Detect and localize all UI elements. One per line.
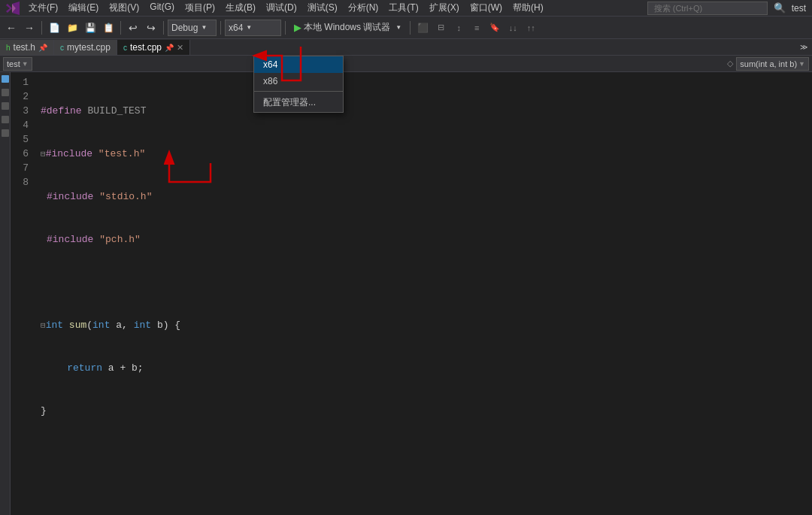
menu-window[interactable]: 窗口(W) — [465, 0, 507, 16]
breadcrumb-arrow: ▼ — [22, 60, 29, 68]
save-btn[interactable]: 💾 — [82, 20, 98, 36]
pin-icon-test-h: 📌 — [38, 44, 47, 52]
toolbar-btn1[interactable]: ⊟ — [432, 20, 449, 36]
back-btn[interactable]: ← — [3, 20, 20, 36]
code-line-7: return a + b; — [41, 361, 806, 375]
ln8: 8 — [11, 175, 29, 189]
menu-test[interactable]: 测试(S) — [303, 0, 342, 16]
line-numbers: 1 2 3 4 5 6 7 8 — [11, 72, 35, 515]
tab-label-mytest: mytest.cpp — [67, 42, 111, 53]
ln6: 6 — [11, 147, 29, 161]
code-line-1: #define BUILD_TEST — [41, 104, 806, 118]
ln1: 1 — [11, 75, 29, 89]
code-content[interactable]: #define BUILD_TEST ⊟#include "test.h" #i… — [35, 72, 812, 515]
run-debug-btn[interactable]: ▶ 本地 Windows 调试器 ▼ — [289, 20, 406, 36]
menu-project[interactable]: 项目(P) — [180, 0, 220, 16]
func-breadcrumb[interactable]: sum(int a, int b) ▼ — [736, 57, 809, 71]
menu-bar: 文件(F) 编辑(E) 视图(V) Git(G) 项目(P) 生成(B) 调试(… — [24, 0, 548, 16]
arch-dropdown[interactable]: x64 ▼ — [225, 20, 281, 36]
search-input[interactable] — [647, 2, 768, 15]
new-file-btn[interactable]: 📄 — [46, 20, 62, 36]
menu-analyze[interactable]: 分析(N) — [344, 0, 383, 16]
menu-tools[interactable]: 工具(T) — [384, 0, 423, 16]
menu-view[interactable]: 视图(V) — [105, 0, 144, 16]
arch-dropdown-arrow: ▼ — [246, 24, 252, 31]
arch-option-x64[interactable]: x64 — [254, 56, 343, 73]
toolbar-btn2[interactable]: ↕ — [450, 20, 467, 36]
vs-logo — [6, 2, 20, 15]
tab-scroll-right[interactable]: ≫ — [795, 38, 812, 55]
pin-icon-test-cpp: 📌 — [165, 44, 174, 52]
code-line-3: #include "stdio.h" — [41, 189, 806, 204]
activity-icon-4 — [2, 116, 9, 123]
undo-btn[interactable]: ↩ — [125, 20, 141, 36]
menu-build[interactable]: 生成(B) — [221, 0, 260, 16]
toolbar-btn4[interactable]: 🔖 — [486, 20, 503, 36]
tab-label-test-cpp: test.cpp — [130, 42, 162, 53]
menu-extensions[interactable]: 扩展(X) — [425, 0, 464, 16]
run-label: 本地 Windows 调试器 — [304, 21, 390, 34]
toolbar-btn3[interactable]: ≡ — [468, 20, 485, 36]
toolbar-btn6[interactable]: ↑↑ — [523, 20, 539, 36]
ln7: 7 — [11, 161, 29, 175]
redo-btn[interactable]: ↪ — [143, 20, 159, 36]
run-dropdown-arrow: ▼ — [395, 24, 401, 31]
arch-option-config[interactable]: 配置管理器... — [254, 93, 343, 112]
arch-menu-sep — [254, 91, 343, 92]
sep3 — [163, 21, 164, 35]
activity-bar — [0, 72, 11, 515]
sep1 — [41, 21, 42, 35]
menu-file[interactable]: 文件(F) — [24, 0, 62, 16]
tab-label-test-h: test.h — [14, 42, 35, 53]
sep5 — [285, 21, 286, 35]
tab-test-h[interactable]: h test.h 📌 — [0, 40, 54, 55]
arch-label: x64 — [229, 23, 243, 33]
toolbar-btn5[interactable]: ↓↓ — [504, 20, 521, 36]
tab-mytest-cpp[interactable]: c mytest.cpp — [54, 40, 117, 55]
activity-icon-1 — [2, 75, 9, 83]
code-line-4: #include "pch.h" — [41, 232, 806, 247]
save-all-btn[interactable]: 📋 — [100, 20, 117, 36]
tab-icon-test-cpp: c — [123, 44, 127, 52]
sep6 — [410, 21, 411, 35]
open-btn[interactable]: 📁 — [64, 20, 80, 36]
ln5: 5 — [11, 132, 29, 147]
ln3: 3 — [11, 104, 29, 118]
func-breadcrumb-label: sum(int a, int b) — [740, 59, 797, 68]
debug-dropdown-arrow: ▼ — [201, 24, 207, 31]
menu-edit[interactable]: 编辑(E) — [64, 0, 103, 16]
menu-git[interactable]: Git(G) — [145, 0, 179, 16]
main: 1 2 3 4 5 6 7 8 #define BUILD_TEST ⊟#inc… — [0, 72, 812, 515]
func-bar: test ▼ ◇ sum(int a, int b) ▼ — [0, 56, 812, 72]
file-breadcrumb[interactable]: test ▼ — [3, 57, 32, 71]
forward-btn[interactable]: → — [21, 20, 38, 36]
title-bar-left: 文件(F) 编辑(E) 视图(V) Git(G) 项目(P) 生成(B) 调试(… — [6, 0, 548, 16]
code-line-6: ⊟int sum(int a, int b) { — [41, 318, 806, 332]
menu-help[interactable]: 帮助(H) — [508, 0, 548, 16]
debug-mode-dropdown[interactable]: Debug ▼ — [168, 20, 217, 36]
title-bar-right: 🔍 test — [647, 2, 806, 15]
code-container: 1 2 3 4 5 6 7 8 #define BUILD_TEST ⊟#inc… — [11, 72, 812, 515]
editor[interactable]: 1 2 3 4 5 6 7 8 #define BUILD_TEST ⊟#inc… — [11, 72, 812, 515]
code-line-8: } — [41, 404, 806, 418]
search-icon: 🔍 — [774, 2, 786, 14]
toolbar: ← → 📄 📁 💾 📋 ↩ ↪ Debug ▼ x64 ▼ ▶ 本地 Windo… — [0, 17, 812, 39]
activity-icon-2 — [2, 89, 9, 96]
title-bar: 文件(F) 编辑(E) 视图(V) Git(G) 项目(P) 生成(B) 调试(… — [0, 0, 812, 17]
menu-debug[interactable]: 调试(D) — [262, 0, 301, 16]
arch-dropdown-menu: x64 x86 配置管理器... — [253, 56, 344, 113]
type-icon: ◇ — [727, 59, 733, 68]
sep4 — [220, 21, 221, 35]
func-arrow: ▼ — [798, 60, 805, 68]
stop-btn[interactable]: ⬛ — [414, 20, 431, 36]
arch-option-x86[interactable]: x86 — [254, 73, 343, 89]
tab-close-test-cpp[interactable]: ✕ — [177, 43, 183, 53]
ln2: 2 — [11, 89, 29, 104]
debug-mode-label: Debug — [171, 23, 198, 33]
activity-icon-3 — [2, 102, 9, 110]
tab-test-cpp[interactable]: c test.cpp 📌 ✕ — [117, 40, 190, 55]
play-icon: ▶ — [294, 22, 301, 33]
activity-icon-5 — [2, 129, 9, 137]
tabs-row: h test.h 📌 c mytest.cpp c test.cpp 📌 ✕ ≫ — [0, 39, 812, 56]
tab-icon-test-h: h — [6, 44, 11, 52]
